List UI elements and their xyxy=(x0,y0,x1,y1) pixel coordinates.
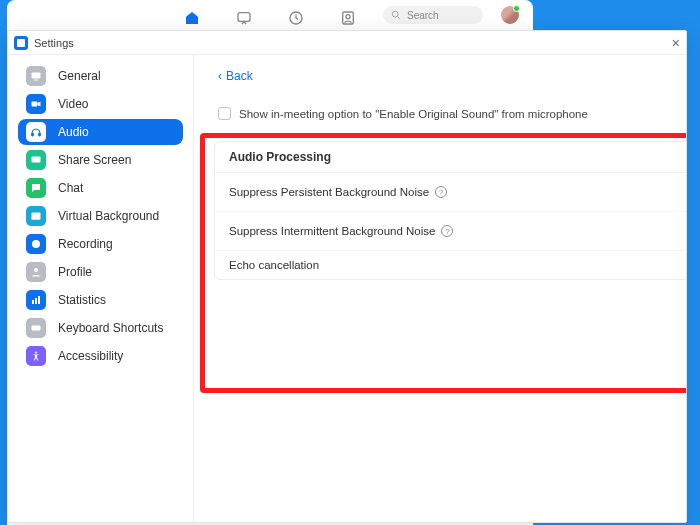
video-icon xyxy=(26,94,46,114)
card-title: Audio Processing xyxy=(229,150,331,164)
settings-main: ‹ Back Show in-meeting option to "Enable… xyxy=(194,55,686,522)
sidebar-item-share-screen[interactable]: Share Screen xyxy=(18,147,183,173)
chevron-left-icon: ‹ xyxy=(218,69,222,83)
settings-body: General Video Audio Share Screen Chat xyxy=(8,55,686,522)
row-label: Suppress Persistent Background Noise xyxy=(229,186,429,198)
close-button[interactable]: × xyxy=(672,35,680,51)
sidebar-item-statistics[interactable]: Statistics xyxy=(18,287,183,313)
search-icon xyxy=(391,10,401,20)
sidebar-item-video[interactable]: Video xyxy=(18,91,183,117)
contacts-icon[interactable] xyxy=(339,9,357,27)
sidebar-item-label: Audio xyxy=(58,125,89,139)
svg-rect-17 xyxy=(35,298,37,304)
share-screen-icon xyxy=(26,150,46,170)
avatar[interactable] xyxy=(501,6,519,24)
row-label: Echo cancellation xyxy=(229,259,319,271)
sidebar-item-general[interactable]: General xyxy=(18,63,183,89)
accessibility-icon xyxy=(26,346,46,366)
search-placeholder: Search xyxy=(407,10,439,21)
svg-point-21 xyxy=(35,352,37,354)
original-sound-checkbox-row[interactable]: Show in-meeting option to "Enable Origin… xyxy=(218,107,662,120)
sidebar-item-chat[interactable]: Chat xyxy=(18,175,183,201)
svg-rect-19 xyxy=(32,326,41,331)
svg-point-3 xyxy=(346,15,350,19)
row-echo-cancellation: Echo cancellation xyxy=(215,251,686,279)
back-link[interactable]: ‹ Back xyxy=(218,69,662,83)
window-title: Settings xyxy=(34,37,74,49)
back-label: Back xyxy=(226,69,253,83)
statistics-icon xyxy=(26,290,46,310)
svg-rect-20 xyxy=(33,329,39,330)
svg-point-15 xyxy=(34,268,38,272)
recording-icon xyxy=(26,234,46,254)
svg-rect-16 xyxy=(32,300,34,304)
svg-rect-8 xyxy=(32,133,34,136)
keyboard-icon xyxy=(26,318,46,338)
chat-settings-icon xyxy=(26,178,46,198)
svg-point-12 xyxy=(34,214,36,216)
sidebar-item-label: General xyxy=(58,69,101,83)
profile-icon xyxy=(26,262,46,282)
row-suppress-intermittent: Suppress Intermittent Background Noise ?… xyxy=(215,212,686,251)
sidebar-item-label: Profile xyxy=(58,265,92,279)
original-sound-label: Show in-meeting option to "Enable Origin… xyxy=(239,108,588,120)
home-icon[interactable] xyxy=(183,9,201,27)
sidebar-item-label: Recording xyxy=(58,237,113,251)
desktop: Search Settings × General Video xyxy=(0,0,700,525)
sidebar-item-label: Keyboard Shortcuts xyxy=(58,321,163,335)
svg-point-14 xyxy=(35,243,38,246)
sidebar-item-label: Accessibility xyxy=(58,349,123,363)
audio-icon xyxy=(26,122,46,142)
sidebar-item-recording[interactable]: Recording xyxy=(18,231,183,257)
clock-icon[interactable] xyxy=(287,9,305,27)
svg-rect-6 xyxy=(34,80,38,81)
row-suppress-persistent: Suppress Persistent Background Noise ? A… xyxy=(215,173,686,212)
sidebar-item-label: Chat xyxy=(58,181,83,195)
chat-icon[interactable] xyxy=(235,9,253,27)
card-header: Audio Processing Restore Defaults xyxy=(215,142,686,173)
sidebar-item-label: Share Screen xyxy=(58,153,131,167)
audio-processing-card: Audio Processing Restore Defaults Suppre… xyxy=(214,141,686,280)
help-icon[interactable]: ? xyxy=(435,186,447,198)
sidebar-item-virtual-background[interactable]: Virtual Background xyxy=(18,203,183,229)
sidebar-item-profile[interactable]: Profile xyxy=(18,259,183,285)
sidebar-item-accessibility[interactable]: Accessibility xyxy=(18,343,183,369)
help-icon[interactable]: ? xyxy=(441,225,453,237)
sidebar-item-audio[interactable]: Audio xyxy=(18,119,183,145)
zoom-app-icon xyxy=(14,36,28,50)
svg-rect-5 xyxy=(32,73,41,79)
svg-point-4 xyxy=(392,11,398,17)
search-input[interactable]: Search xyxy=(383,6,483,24)
svg-rect-0 xyxy=(238,13,250,22)
svg-rect-9 xyxy=(39,133,41,136)
titlebar: Settings × xyxy=(8,31,686,55)
sidebar-item-label: Video xyxy=(58,97,88,111)
svg-rect-18 xyxy=(38,296,40,304)
settings-sidebar: General Video Audio Share Screen Chat xyxy=(8,55,194,522)
general-icon xyxy=(26,66,46,86)
checkbox-icon[interactable] xyxy=(218,107,231,120)
sidebar-item-label: Virtual Background xyxy=(58,209,159,223)
settings-window: Settings × General Video Audio xyxy=(7,30,687,523)
svg-rect-7 xyxy=(32,102,38,107)
sidebar-item-keyboard-shortcuts[interactable]: Keyboard Shortcuts xyxy=(18,315,183,341)
sidebar-item-label: Statistics xyxy=(58,293,106,307)
virtual-bg-icon xyxy=(26,206,46,226)
row-label: Suppress Intermittent Background Noise xyxy=(229,225,435,237)
